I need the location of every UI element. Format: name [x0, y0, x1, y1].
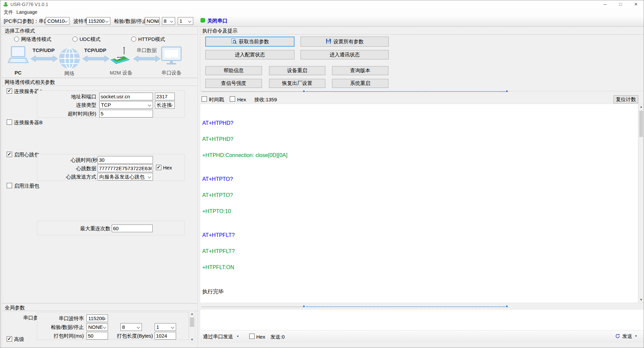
close-port-label: 关闭串口	[207, 18, 227, 24]
log-area[interactable]: AT+HTPHD?AT+HTPHD?+HTPHD:Connection: clo…	[200, 104, 638, 303]
log-line: +HTPTO:10	[200, 208, 638, 225]
server-b-checkbox[interactable]	[7, 119, 12, 125]
hb-time-input[interactable]	[98, 156, 153, 164]
g-baud-value: 115200	[87, 315, 108, 321]
btn-query-signal[interactable]: 查信号强度	[205, 79, 262, 88]
splitter-arrow-icon[interactable]	[303, 305, 305, 307]
splitter-handle[interactable]	[306, 91, 505, 92]
timestamp-checkbox[interactable]	[202, 96, 207, 102]
stopbits-select[interactable]: 1	[178, 17, 193, 25]
scroll-up-icon[interactable]: ▲	[189, 311, 195, 317]
register-checkbox[interactable]	[7, 183, 12, 188]
splitter-arrow-icon[interactable]	[505, 90, 508, 92]
radio-httpd-label: HTTPD模式	[138, 36, 165, 43]
reconnect-label: 最大重连次数	[57, 226, 110, 232]
radio-transparent-mode[interactable]: 网络透传模式	[14, 36, 68, 42]
hb-mode-value: 向服务器发送心跳包	[98, 173, 153, 180]
btn-device-restart[interactable]: 设备重启	[269, 66, 325, 75]
g-databits-select[interactable]: 8	[120, 323, 142, 331]
conn-keep-select[interactable]: 长连接	[155, 101, 175, 109]
log-hex-checkbox[interactable]	[230, 96, 235, 102]
timestamp-label: 时间戳	[209, 97, 224, 103]
command-panel-title: 执行命令及提示	[202, 28, 237, 34]
radio-udc-mode[interactable]: UDC模式	[72, 36, 113, 42]
maximize-button[interactable]: □	[613, 0, 628, 9]
com-port-select[interactable]: COM10	[46, 17, 69, 25]
conn-keep-value: 长连接	[155, 101, 174, 108]
heartbeat-checkbox[interactable]	[7, 152, 12, 157]
timeout-input[interactable]	[99, 110, 153, 117]
pc-icon	[7, 46, 29, 68]
splitter-handle[interactable]	[306, 306, 505, 307]
btn-system-restart[interactable]: 系统重启	[332, 79, 388, 88]
advanced-label: 高级	[14, 336, 24, 343]
g-stopbits-select[interactable]: 1	[155, 323, 176, 331]
btn-factory-reset[interactable]: 恢复出厂设置	[269, 79, 325, 88]
global-serial-panel: 串口波特率 115200 检验/数据/停止 NONE 8 1 打包时间(ms) …	[37, 312, 189, 340]
advanced-checkbox[interactable]	[7, 336, 12, 342]
btn-enter-config-mode[interactable]: 进入配置状态	[205, 50, 294, 59]
pack-len-input[interactable]	[155, 332, 176, 340]
recv-count: 接收:1359	[254, 97, 277, 103]
btn-get-current-params[interactable]: 获取当前参数	[205, 37, 294, 47]
log-line: +HTPFLT:ON	[200, 264, 638, 281]
btn-enter-comm-mode[interactable]: 进入通讯状态	[301, 50, 389, 59]
server-a-address-input[interactable]	[99, 93, 153, 100]
send-bar: 通过串口发送 ▼ Hex 发送:0 发送 ▼	[200, 331, 644, 343]
databits-select[interactable]: 8	[162, 17, 175, 25]
menu-language[interactable]: Language	[15, 9, 39, 15]
conn-type-label: 连接类型	[37, 102, 96, 108]
reset-count-button[interactable]: 复位计数	[613, 95, 638, 103]
minimize-button[interactable]: ─	[597, 0, 613, 9]
btn-label: 帮助信息	[224, 67, 244, 74]
pack-len-label: 打包长度(Bytes)	[104, 333, 153, 339]
send-hex-checkbox[interactable]	[249, 334, 255, 339]
scroll-up-icon[interactable]: ▲	[639, 104, 644, 110]
btn-label: 查询版本	[350, 67, 370, 74]
divider	[200, 34, 644, 35]
g-baud-select[interactable]: 115200	[87, 314, 108, 322]
btn-help-info[interactable]: 帮助信息	[205, 66, 262, 75]
btn-set-all-params[interactable]: 设置所有参数	[301, 37, 389, 47]
send-via-label: 通过串口发送	[203, 334, 233, 340]
log-line: AT+HTPHD?	[200, 120, 638, 136]
global-panel-scrollbar[interactable]: ▲ ▼	[189, 311, 195, 343]
log-scrollbar[interactable]: ▲ ▼	[638, 104, 644, 303]
node-network-label: 网络	[58, 70, 80, 77]
arrow-icon	[31, 55, 58, 63]
reconnect-input[interactable]	[112, 225, 153, 232]
splitter-arrow-icon[interactable]	[505, 305, 508, 307]
radio-httpd-mode[interactable]: HTTPD模式	[131, 36, 175, 42]
server-b-label: 连接服务器B	[14, 119, 43, 126]
scroll-down-icon[interactable]: ▼	[189, 337, 195, 343]
hb-mode-select[interactable]: 向服务器发送心跳包	[98, 173, 153, 181]
chevron-down-icon: ▼	[236, 335, 239, 338]
splitter-handle[interactable]	[201, 307, 302, 307]
splitter-arrow-icon[interactable]	[303, 90, 305, 92]
scrollbar-thumb[interactable]	[190, 317, 194, 327]
close-port-button[interactable]: 关闭串口	[201, 17, 237, 25]
server-a-port-input[interactable]	[155, 93, 175, 100]
scroll-down-icon[interactable]: ▼	[639, 297, 644, 303]
conn-type-select[interactable]: TCP	[99, 101, 153, 109]
titlebar: USR-G776 V1.0.1 ─ □ ✕	[0, 0, 644, 8]
arrow-icon	[133, 55, 160, 63]
search-doc-icon	[231, 38, 237, 45]
send-input-area[interactable]	[200, 309, 644, 331]
btn-query-version[interactable]: 查询版本	[332, 66, 388, 75]
parity-select[interactable]: NONI	[145, 17, 160, 25]
send-hex-label: Hex	[256, 334, 265, 340]
hb-data-input[interactable]	[98, 164, 153, 172]
network-globe-icon	[58, 47, 80, 70]
hb-hex-checkbox[interactable]	[156, 165, 161, 170]
scrollbar-thumb[interactable]	[639, 111, 643, 137]
menu-file[interactable]: 文件	[2, 9, 14, 15]
baud-select[interactable]: 115200	[87, 17, 110, 25]
close-button[interactable]: ✕	[628, 0, 644, 9]
g-parity-select[interactable]: NONE	[87, 323, 108, 331]
server-a-checkbox[interactable]	[7, 88, 12, 94]
app-window: USR-G776 V1.0.1 ─ □ ✕ 文件 Language [PC串口参…	[0, 0, 644, 348]
chevron-down-icon: ▼	[635, 335, 637, 338]
send-button[interactable]: 发送 ▼	[615, 333, 642, 340]
splitter-handle[interactable]	[201, 92, 302, 92]
